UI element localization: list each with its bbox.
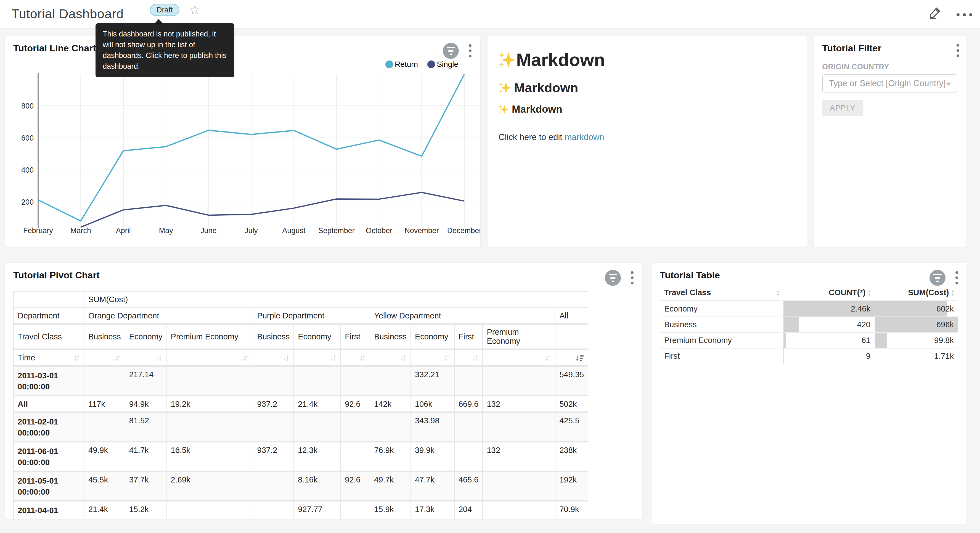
more-options-icon[interactable]: [956, 10, 972, 16]
favorite-star-icon[interactable]: ☆: [189, 3, 200, 17]
filter-card-title: Tutorial Filter: [822, 43, 881, 54]
pivot-cell: 81.52: [125, 412, 167, 442]
pivot-cell: [370, 412, 411, 442]
pivot-cell: 47.7k: [411, 471, 454, 501]
sort-icon[interactable]: ↓↑: [156, 353, 162, 362]
sort-icon[interactable]: ↓↑: [242, 353, 249, 362]
legend-item-return[interactable]: Return: [385, 60, 418, 69]
pivot-subcol-header: Premium Economy: [482, 324, 555, 349]
pivot-cell: 15.2k: [125, 501, 167, 519]
markdown-h3: Markdown: [498, 104, 795, 115]
pivot-cell: [482, 471, 555, 501]
pivot-group-header: Yellow Department: [370, 308, 555, 324]
pivot-subcol-header: Business: [253, 324, 294, 349]
legend-label-return: Return: [395, 60, 418, 69]
pivot-row-label: 2011-04-01 00:00:00: [14, 501, 84, 519]
table-col-header[interactable]: Travel Class▴▾: [660, 285, 783, 301]
edit-markdown-link[interactable]: markdown: [565, 132, 604, 142]
pivot-sort-header[interactable]: ↓↑: [411, 349, 454, 366]
pivot-cell: [167, 412, 253, 442]
pivot-group-header: All: [555, 308, 588, 324]
pivot-sort-header[interactable]: ↓↑: [454, 349, 483, 366]
pivot-cell: 12.3k: [294, 442, 340, 471]
chart-legend: Return Single: [385, 60, 458, 69]
pivot-sort-header[interactable]: ↓↑: [253, 349, 294, 366]
page-title: Tutorial Dashboard: [11, 6, 124, 21]
legend-dot-return: [385, 61, 393, 68]
sort-icon[interactable]: ↓↑: [472, 353, 479, 362]
pivot-filter-icon[interactable]: [605, 270, 621, 286]
markdown-h2: Markdown: [498, 80, 795, 95]
pivot-cell: 2.69k: [167, 471, 253, 501]
sort-icon[interactable]: ↓↑: [330, 353, 337, 362]
table-cell-travel-class: Business: [660, 317, 783, 332]
pivot-cell: [340, 442, 370, 471]
pivot-subcol-header: Economy: [294, 324, 340, 349]
svg-text:June: June: [200, 227, 217, 235]
origin-country-select[interactable]: Type or Select [Origin Country]: [822, 74, 957, 93]
table-kebab-menu-icon[interactable]: [954, 270, 960, 286]
draft-badge[interactable]: Draft: [150, 4, 180, 16]
pivot-sort-header[interactable]: ↓↑: [167, 349, 253, 366]
pivot-sort-header[interactable]: ↓↑: [294, 349, 340, 366]
sparkles-icon: [498, 104, 509, 114]
sort-icon[interactable]: ↓↑: [359, 353, 366, 362]
table-col-header[interactable]: COUNT(*)▴▾: [783, 285, 875, 301]
pivot-row: 2011-02-01 00:00:0081.52343.98425.5: [14, 412, 588, 442]
svg-text:August: August: [282, 227, 305, 235]
pivot-cell: 132: [482, 396, 555, 412]
pivot-time-header[interactable]: Time↓↑: [14, 349, 84, 366]
pivot-cell: 37.7k: [125, 471, 167, 501]
table-col-header[interactable]: SUM(Cost)▴▾: [875, 285, 958, 301]
pivot-sort-header[interactable]: ↓↑: [340, 349, 370, 366]
table-row: Economy2.46k602k: [660, 301, 958, 317]
pivot-cell: 425.5: [555, 412, 588, 442]
pivot-sort-header[interactable]: ↓↑: [482, 349, 555, 366]
table-cell-sum: 696k: [875, 317, 958, 332]
pivot-cell: 465.6: [454, 471, 483, 501]
table-filter-icon[interactable]: [929, 270, 945, 286]
pivot-cell: 94.9k: [125, 396, 167, 412]
markdown-h1: Markdown: [498, 49, 795, 70]
line-chart-card: Tutorial Line Chart Return Single 200400…: [5, 36, 480, 247]
sort-icon[interactable]: ↓↑: [400, 353, 407, 362]
data-table-grid: Travel Class▴▾COUNT(*)▴▾SUM(Cost)▴▾Econo…: [660, 285, 958, 364]
sort-icon[interactable]: ↓↑: [73, 353, 80, 362]
pivot-subcol-header: First: [340, 324, 370, 349]
table-card: Tutorial Table Travel Class▴▾COUNT(*)▴▾S…: [651, 263, 966, 524]
pivot-row: All117k94.9k19.2k937.221.4k92.6142k106k6…: [14, 396, 588, 412]
pivot-cell: 238k: [555, 442, 588, 471]
filter-kebab-menu-icon[interactable]: [955, 43, 961, 58]
sort-carets-icon: ▴▾: [951, 289, 954, 296]
pivot-sort-header[interactable]: ↓: [555, 349, 588, 366]
pivot-cell: 49.7k: [370, 471, 411, 501]
pivot-sort-header[interactable]: ↓↑: [84, 349, 125, 366]
apply-button[interactable]: APPLY: [822, 100, 863, 116]
sort-desc-active-icon[interactable]: ↓: [575, 353, 584, 362]
svg-text:September: September: [318, 227, 355, 235]
pivot-cell: 332.21: [411, 366, 454, 396]
pivot-sort-header[interactable]: ↓↑: [125, 349, 167, 366]
pivot-cell: [482, 412, 555, 442]
legend-item-single[interactable]: Single: [427, 60, 458, 69]
pivot-kebab-menu-icon[interactable]: [629, 270, 635, 286]
pivot-row-label: 2011-06-01 00:00:00: [14, 442, 84, 471]
sort-icon[interactable]: ↓↑: [283, 353, 290, 362]
table-cell-travel-class: Premium Economy: [660, 332, 783, 348]
svg-text:July: July: [245, 227, 258, 235]
sort-icon[interactable]: ↓↑: [114, 353, 121, 362]
sparkles-icon: [498, 51, 515, 69]
pivot-subcol-header: Business: [84, 324, 125, 349]
pivot-cell: [454, 366, 483, 396]
sort-icon[interactable]: ↓↑: [444, 353, 450, 362]
pivot-row-label: 2011-03-01 00:00:00: [14, 366, 84, 396]
sort-carets-icon: ▴▾: [868, 289, 870, 296]
pivot-cell: 549.35: [555, 366, 588, 396]
pivot-cell: [167, 501, 253, 519]
sort-icon[interactable]: ↓↑: [544, 353, 551, 362]
pivot-sort-header[interactable]: ↓↑: [370, 349, 411, 366]
svg-text:March: March: [70, 227, 91, 235]
edit-dashboard-icon[interactable]: [928, 6, 942, 20]
pivot-table-grid: SUM(Cost)DepartmentOrange DepartmentPurp…: [13, 291, 588, 519]
pivot-cell: 45.5k: [84, 471, 125, 501]
